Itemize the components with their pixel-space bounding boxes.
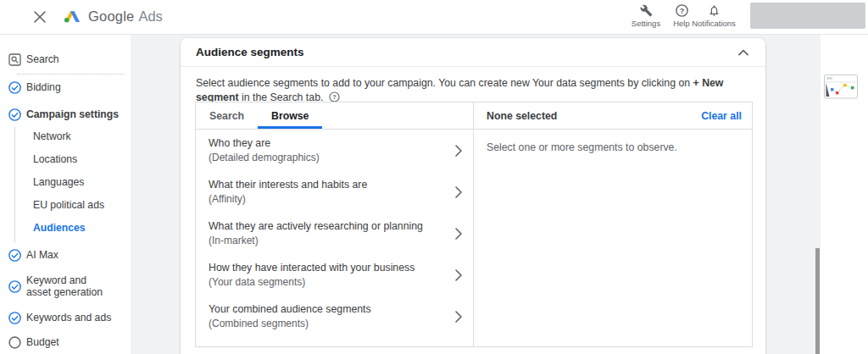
tab-browse[interactable]: Browse xyxy=(258,102,322,129)
sidebar-item-keywords-and-ads[interactable]: Keywords and ads xyxy=(8,309,111,326)
browse-item-subtitle: (Your data segments) xyxy=(209,276,448,288)
notifications-label: Notifications xyxy=(692,19,736,28)
browse-item-detailed-demographics[interactable]: Who they are (Detailed demographics) xyxy=(196,130,473,171)
segment-selector: Search Browse Who they are (Detailed dem… xyxy=(195,102,753,347)
sidebar-item-label: Bidding xyxy=(26,81,61,93)
browse-item-title: How they have interacted with your busin… xyxy=(209,262,448,274)
chevron-right-icon xyxy=(455,228,462,243)
browse-item-subtitle: (Detailed demographics) xyxy=(209,152,448,163)
bell-icon xyxy=(708,4,721,17)
check-circle-icon xyxy=(8,249,21,262)
browse-item-in-market[interactable]: What they are actively researching or pl… xyxy=(196,213,473,254)
browse-item-subtitle: (In-market) xyxy=(209,235,448,246)
selection-count-label: None selected xyxy=(487,110,557,122)
close-icon[interactable] xyxy=(34,11,46,23)
sidebar-item-keyword-asset-generation[interactable]: Keyword and asset generation xyxy=(8,274,108,299)
collapse-panel-button[interactable] xyxy=(737,47,750,58)
check-circle-icon xyxy=(8,108,21,121)
sidebar-item-search[interactable]: Search xyxy=(8,51,59,68)
chevron-right-icon xyxy=(455,145,462,160)
browse-item-subtitle: (Affinity) xyxy=(209,193,448,205)
sidebar-item-audiences[interactable]: Audiences xyxy=(33,222,86,234)
sidebar-item-ai-max[interactable]: AI Max xyxy=(8,246,58,263)
search-box-icon xyxy=(8,53,21,66)
browse-item-title: Who they are xyxy=(209,137,448,149)
google-ads-logo: Google Ads xyxy=(63,8,163,25)
sidebar-indent-guide xyxy=(14,127,15,243)
sidebar-item-budget[interactable]: Budget xyxy=(8,334,59,351)
chevron-right-icon xyxy=(455,186,462,202)
description-prefix: Select audience segments to add to your … xyxy=(196,77,693,89)
selector-selection-column: None selected Clear all Select one or mo… xyxy=(474,102,752,346)
selection-header: None selected Clear all xyxy=(474,102,752,130)
sidebar-item-bidding[interactable]: Bidding xyxy=(8,79,61,96)
sidebar-item-label: Budget xyxy=(26,336,59,348)
browse-item-title: What their interests and habits are xyxy=(209,179,448,191)
sidebar-item-campaign-settings[interactable]: Campaign settings xyxy=(8,106,119,123)
tab-search[interactable]: Search xyxy=(196,102,258,129)
card-header: Audience segments xyxy=(181,38,765,67)
empty-circle-icon xyxy=(8,336,21,349)
browse-item-your-data-segments[interactable]: How they have interacted with your busin… xyxy=(196,254,473,296)
check-circle-icon xyxy=(8,312,21,324)
brand-ads: Ads xyxy=(138,8,162,25)
check-circle-icon xyxy=(8,280,21,293)
audience-segments-card: Audience segments Select audience segmen… xyxy=(181,38,765,354)
browse-item-combined-segments[interactable]: Your combined audience segments (Combine… xyxy=(196,296,473,337)
sidebar-item-label: Search xyxy=(26,53,59,65)
help-circle-icon: ? xyxy=(676,4,688,17)
sidebar-item-locations[interactable]: Locations xyxy=(33,153,77,165)
brand-google: Google xyxy=(88,8,134,25)
sidebar-item-label: Keywords and ads xyxy=(26,312,111,324)
settings-label: Settings xyxy=(632,19,660,28)
top-bar: Google Ads Settings ? Help Notifications xyxy=(0,0,868,35)
sidebar-item-eu-political-ads[interactable]: EU political ads xyxy=(33,199,104,211)
browse-item-title: What they are actively researching or pl… xyxy=(209,220,448,232)
chevron-right-icon xyxy=(455,311,462,326)
notifications-button[interactable]: Notifications xyxy=(694,4,733,28)
clear-all-button[interactable]: Clear all xyxy=(701,110,742,122)
selector-tabs: Search Browse xyxy=(196,102,473,130)
svg-text:?: ? xyxy=(332,93,337,101)
svg-text:?: ? xyxy=(679,7,684,15)
sidebar-item-network[interactable]: Network xyxy=(33,130,71,142)
settings-button[interactable]: Settings xyxy=(626,4,665,28)
chevron-right-icon xyxy=(455,269,462,285)
account-info-redacted xyxy=(750,3,865,29)
help-label: Help xyxy=(673,19,690,28)
sidebar-divider xyxy=(17,74,124,75)
google-ads-window: Google Ads Settings ? Help Notifications xyxy=(0,0,868,354)
google-ads-logo-icon xyxy=(63,8,81,25)
card-title: Audience segments xyxy=(196,46,304,58)
selector-browse-column: Search Browse Who they are (Detailed dem… xyxy=(196,102,474,346)
check-circle-icon xyxy=(8,81,21,94)
sidebar-item-languages[interactable]: Languages xyxy=(33,176,84,188)
sidebar-item-label: Campaign settings xyxy=(26,108,119,120)
selection-empty-message: Select one or more segments to observe. xyxy=(474,130,752,165)
browse-item-title: Your combined audience segments xyxy=(209,303,448,315)
sidebar-item-label: AI Max xyxy=(26,249,58,261)
sidebar-item-label: Keyword and asset generation xyxy=(26,274,108,298)
campaign-nav-sidebar: Search Bidding Campaign settings Network… xyxy=(0,35,131,354)
wrench-icon xyxy=(640,4,653,17)
vertical-scrollbar-thumb[interactable] xyxy=(815,248,820,354)
chevron-up-icon xyxy=(738,49,748,56)
browse-item-subtitle: (Combined segments) xyxy=(209,318,448,329)
browse-item-affinity[interactable]: What their interests and habits are (Aff… xyxy=(196,171,473,213)
chart-preview-thumbnail[interactable] xyxy=(824,75,858,99)
